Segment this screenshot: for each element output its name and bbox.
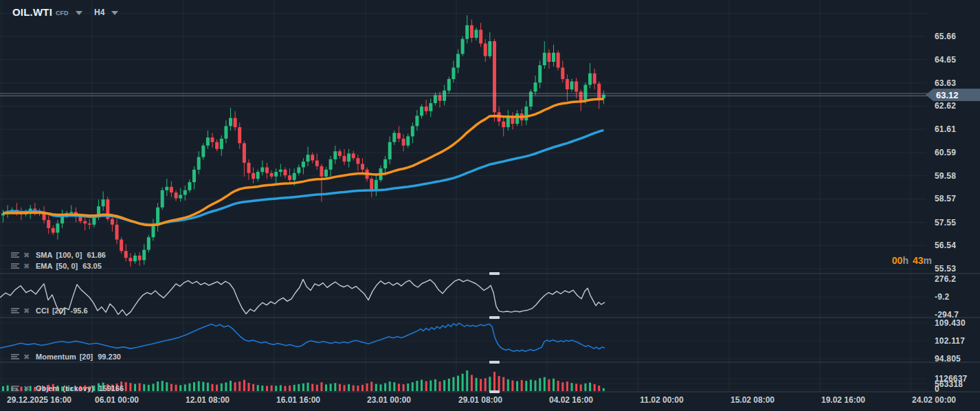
time-axis-tick: 29.12.2025 16:00 xyxy=(7,395,71,405)
price-axis-tick: 61.61 xyxy=(935,124,956,134)
volume-axis-tick: 0 xyxy=(935,384,939,394)
indicator-settings-icon[interactable] xyxy=(11,252,20,259)
countdown-hours: 00 xyxy=(892,255,903,266)
symbol-dropdown-chevron-icon[interactable] xyxy=(76,11,82,15)
trading-chart-window: OIL.WTI CFD H4 ✖ SMA [100, 0] 61.86 ✖ EM… xyxy=(0,0,980,411)
indicator-value: 61.86 xyxy=(87,251,106,259)
price-axis-tick: 55.53 xyxy=(935,264,956,274)
indicator-row-ema: ✖ EMA [50, 0] 63.05 xyxy=(11,262,102,270)
panel-resize-handle xyxy=(489,272,500,275)
price-axis-tick: 62.62 xyxy=(935,101,956,111)
timeframe-selector[interactable]: H4 xyxy=(94,8,118,17)
indicator-name: CCI xyxy=(36,307,49,315)
momentum-axis-tick: 94.805 xyxy=(935,354,961,364)
countdown-hours-unit: h xyxy=(902,255,909,266)
indicator-row-sma: ✖ SMA [100, 0] 61.86 xyxy=(11,251,106,259)
current-price-value: 63.12 xyxy=(936,90,959,100)
indicator-name: Objem xyxy=(36,384,59,392)
indicator-value: 63.05 xyxy=(82,262,102,270)
time-axis-tick: 06.01 00:00 xyxy=(95,395,139,405)
indicator-settings-icon[interactable] xyxy=(11,385,20,392)
indicator-name: EMA xyxy=(36,262,52,270)
countdown-minutes-unit: m xyxy=(924,255,932,266)
indicator-params: [100, 0] xyxy=(56,251,82,259)
indicator-row-momentum: ✖ Momentum [20] 99.230 xyxy=(11,353,121,361)
instrument-type-badge: CFD xyxy=(56,10,69,16)
indicator-row-volume: ✖ Objem (tickovy) 159166 xyxy=(11,384,124,392)
time-axis-tick: 15.02 08:00 xyxy=(731,395,775,405)
panel-resize-handle xyxy=(489,390,500,393)
timeframe-dropdown-chevron-icon[interactable] xyxy=(111,11,118,15)
indicator-row-cci: ✖ CCI [20] -95.6 xyxy=(11,307,88,315)
time-axis-tick: 04.02 16:00 xyxy=(549,395,593,405)
indicator-value: -95.6 xyxy=(71,307,88,315)
indicator-name: SMA xyxy=(36,251,52,259)
price-axis-tick: 58.57 xyxy=(935,194,956,203)
indicator-settings-icon[interactable] xyxy=(11,353,20,361)
indicator-name: Momentum xyxy=(36,353,76,361)
cci-axis-tick: -9.2 xyxy=(935,292,949,302)
indicator-params: [20] xyxy=(52,307,66,315)
price-axis-tick: 57.55 xyxy=(935,218,956,227)
panel-resize-handle xyxy=(489,316,500,319)
cci-axis-tick: 276.2 xyxy=(935,274,956,284)
time-axis-tick: 29.01 08:00 xyxy=(458,395,502,405)
indicator-params: (tickovy) xyxy=(63,384,93,392)
indicator-settings-icon[interactable] xyxy=(11,307,20,315)
time-axis-tick: 24.02 00:00 xyxy=(912,395,956,405)
momentum-axis-tick: 102.117 xyxy=(935,336,965,346)
indicator-remove-icon[interactable]: ✖ xyxy=(23,353,32,361)
indicator-remove-icon[interactable]: ✖ xyxy=(23,252,32,259)
price-axis-tick: 60.59 xyxy=(935,148,956,157)
candle-countdown-timer: 00h43m xyxy=(892,255,932,266)
panel-resize-handle xyxy=(489,361,500,364)
price-axis-tick: 56.54 xyxy=(935,241,956,250)
time-axis-tick: 12.01 08:00 xyxy=(186,395,230,405)
chart-canvas[interactable] xyxy=(0,0,980,411)
timeframe-label: H4 xyxy=(94,8,104,17)
instrument-header: OIL.WTI CFD xyxy=(12,6,82,18)
price-axis-tick: 59.58 xyxy=(935,171,956,181)
symbol-name: OIL.WTI xyxy=(12,6,52,18)
indicator-settings-icon[interactable] xyxy=(11,263,20,270)
current-price-tag: 63.12 xyxy=(926,89,980,101)
countdown-minutes: 43 xyxy=(913,255,924,266)
price-axis-tick: 63.63 xyxy=(935,78,956,88)
indicator-remove-icon[interactable]: ✖ xyxy=(23,307,32,315)
indicator-value: 99.230 xyxy=(98,353,121,361)
time-axis-tick: 11.02 00:00 xyxy=(640,395,683,405)
price-axis-tick: 65.66 xyxy=(935,32,956,41)
momentum-axis-tick: 109.430 xyxy=(935,318,966,328)
indicator-value: 159166 xyxy=(98,384,124,392)
indicator-remove-icon[interactable]: ✖ xyxy=(23,263,32,270)
time-axis-tick: 16.01 16:00 xyxy=(276,395,320,405)
indicator-params: [20] xyxy=(80,353,93,361)
indicator-remove-icon[interactable]: ✖ xyxy=(23,385,32,392)
time-axis-tick: 23.01 00:00 xyxy=(367,395,411,405)
price-axis-tick: 64.65 xyxy=(935,55,956,65)
indicator-params: [50, 0] xyxy=(56,262,78,270)
time-axis-tick: 19.02 16:00 xyxy=(821,395,865,405)
